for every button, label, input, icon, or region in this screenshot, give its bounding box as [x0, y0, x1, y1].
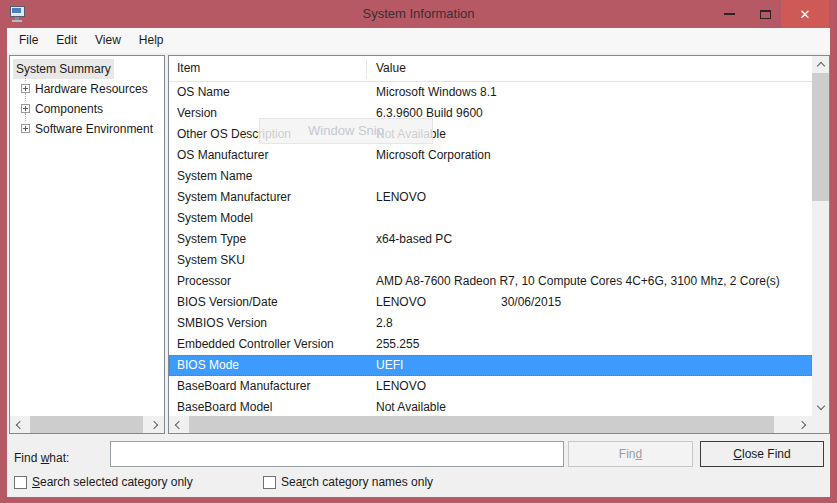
value-cell: Microsoft Windows 8.1	[376, 82, 497, 103]
scrollbar-corner	[812, 416, 829, 433]
table-row[interactable]: Embedded Controller Version255.255	[169, 334, 812, 355]
table-row[interactable]: System Typex64-based PC	[169, 229, 812, 250]
scrollbar-thumb[interactable]	[812, 73, 829, 201]
scroll-down-button[interactable]	[812, 399, 829, 416]
checkbox-search-selected-category-only[interactable]: Search selected category only	[14, 471, 193, 493]
tree-item-label: Hardware Resources	[35, 79, 148, 99]
checkbox-box[interactable]	[14, 476, 27, 489]
item-cell: BaseBoard Model	[177, 397, 272, 418]
table-row[interactable]: System SKU	[169, 250, 812, 271]
menu-item-help[interactable]: Help	[130, 28, 173, 53]
close-button[interactable]: ✕	[781, 0, 829, 28]
table-row[interactable]: System ManufacturerLENOVO	[169, 187, 812, 208]
scrollbar-thumb[interactable]	[189, 416, 774, 433]
expand-icon[interactable]	[21, 124, 30, 133]
menubar: FileEditViewHelp	[7, 28, 830, 53]
table-row[interactable]: BIOS ModeUEFI	[169, 355, 812, 376]
menu-item-edit[interactable]: Edit	[47, 28, 86, 53]
value-cell: 255.255	[376, 334, 419, 355]
checkbox-search-category-names-only[interactable]: Search category names only	[263, 471, 433, 493]
item-cell: System Name	[177, 166, 252, 187]
expand-icon[interactable]	[21, 104, 30, 113]
search-options-row: Search selected category onlySearch cate…	[7, 471, 830, 493]
item-cell: System Model	[177, 208, 253, 229]
category-tree-panel: System SummaryHardware ResourcesComponen…	[9, 55, 165, 434]
tree-item-label: Software Environment	[35, 119, 153, 139]
category-tree: System SummaryHardware ResourcesComponen…	[10, 59, 164, 139]
tree-item-label: System Summary	[13, 59, 114, 79]
scroll-left-button[interactable]	[169, 416, 186, 433]
close-icon: ✕	[800, 8, 811, 21]
value-cell: AMD A8-7600 Radeon R7, 10 Compute Cores …	[376, 271, 780, 292]
table-header: Item Value	[169, 56, 812, 82]
client-area: FileEditViewHelp System SummaryHardware …	[7, 28, 830, 497]
scroll-right-button[interactable]	[795, 416, 812, 433]
system-information-window: System Information ✕ FileEditViewHelp Sy…	[0, 0, 837, 503]
scroll-left-button[interactable]	[10, 416, 27, 433]
tree-connector	[25, 73, 26, 81]
expand-icon[interactable]	[21, 84, 30, 93]
scrollbar-thumb[interactable]	[30, 416, 143, 433]
value-cell: UEFI	[376, 355, 403, 376]
menu-item-view[interactable]: View	[86, 28, 130, 53]
item-cell: OS Name	[177, 82, 230, 103]
column-header-value[interactable]: Value	[376, 56, 406, 81]
value-cell: LENOVO	[376, 187, 426, 208]
tree-horizontal-scrollbar[interactable]	[10, 416, 164, 433]
tree-item-system-summary[interactable]: System Summary	[10, 59, 164, 79]
table-row[interactable]: System Model	[169, 208, 812, 229]
item-cell: System SKU	[177, 250, 245, 271]
checkbox-label: Search selected category only	[32, 475, 193, 489]
value-cell: 2.8	[376, 313, 393, 334]
close-find-button[interactable]: Close Find	[700, 441, 824, 467]
item-cell: Processor	[177, 271, 231, 292]
checkbox-box[interactable]	[263, 476, 276, 489]
window-snip-tooltip: Window Snip	[259, 118, 433, 144]
minimize-button[interactable]	[713, 0, 745, 28]
find-input[interactable]	[110, 441, 564, 467]
tree-connector	[25, 113, 26, 121]
checkbox-label: Search category names only	[281, 475, 433, 489]
list-horizontal-scrollbar[interactable]	[169, 416, 812, 433]
item-cell: BaseBoard Manufacturer	[177, 376, 310, 397]
table-row[interactable]: OS NameMicrosoft Windows 8.1	[169, 82, 812, 103]
item-cell: Version	[177, 103, 217, 124]
table-row[interactable]: BaseBoard ManufacturerLENOVO	[169, 376, 812, 397]
value-cell: LENOVO	[376, 292, 426, 313]
value-cell: Not Available	[376, 397, 446, 418]
tree-item-components[interactable]: Components	[10, 99, 164, 119]
item-cell: OS Manufacturer	[177, 145, 268, 166]
details-panel: Item Value OS NameMicrosoft Windows 8.1V…	[168, 55, 830, 434]
column-separator[interactable]	[366, 59, 367, 79]
find-button[interactable]: Find	[568, 441, 693, 467]
maximize-button[interactable]	[749, 0, 781, 28]
item-cell: System Manufacturer	[177, 187, 291, 208]
list-vertical-scrollbar[interactable]	[812, 56, 829, 416]
tree-item-label: Components	[35, 99, 103, 119]
tree-connector	[25, 93, 26, 101]
table-row[interactable]: SMBIOS Version2.8	[169, 313, 812, 334]
find-what-label: Find what:	[14, 446, 69, 471]
tree-item-software-environment[interactable]: Software Environment	[10, 119, 164, 139]
window-title: System Information	[0, 6, 837, 21]
value-cell: Microsoft Corporation	[376, 145, 491, 166]
item-cell: System Type	[177, 229, 246, 250]
table-row[interactable]: System Name	[169, 166, 812, 187]
tree-item-hardware-resources[interactable]: Hardware Resources	[10, 79, 164, 99]
scroll-right-button[interactable]	[147, 416, 164, 433]
menu-item-file[interactable]: File	[10, 28, 47, 53]
value-cell: x64-based PC	[376, 229, 452, 250]
table-row[interactable]: BIOS Version/DateLENOVO30/06/2015	[169, 292, 812, 313]
titlebar[interactable]: System Information ✕	[0, 0, 837, 28]
column-header-item[interactable]: Item	[177, 56, 200, 81]
table-row[interactable]: OS ManufacturerMicrosoft Corporation	[169, 145, 812, 166]
minimize-icon	[724, 13, 735, 15]
table-row[interactable]: ProcessorAMD A8-7600 Radeon R7, 10 Compu…	[169, 271, 812, 292]
item-cell: BIOS Version/Date	[177, 292, 278, 313]
value-date-cell: 30/06/2015	[501, 292, 561, 313]
scroll-up-button[interactable]	[812, 56, 829, 73]
table-row[interactable]: BaseBoard ModelNot Available	[169, 397, 812, 418]
item-cell: Embedded Controller Version	[177, 334, 334, 355]
item-cell: SMBIOS Version	[177, 313, 267, 334]
item-cell: BIOS Mode	[177, 355, 239, 376]
